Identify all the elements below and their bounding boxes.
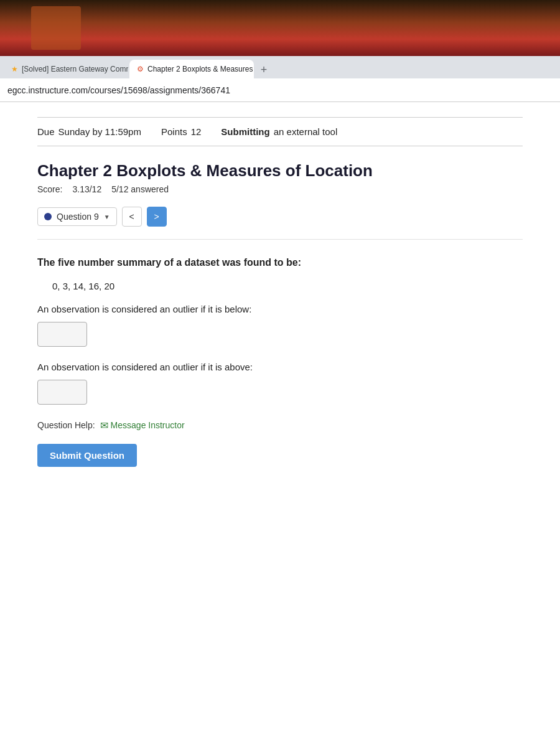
due-label: Due (37, 126, 55, 137)
address-input[interactable] (7, 85, 553, 95)
tab-solved-label: [Solved] Eastern Gateway Comm (22, 65, 128, 73)
tab-bar: ★ [Solved] Eastern Gateway Comm ✕ ⚙ Chap… (0, 56, 560, 78)
prev-question-button[interactable]: < (122, 207, 142, 227)
question-help: Question Help: ✉ Message Instructor (37, 420, 523, 431)
question-dot (44, 213, 52, 220)
dataset-values: 0, 3, 14, 16, 20 (52, 281, 523, 291)
outlier-below-label: An observation is considered an outlier … (37, 304, 523, 314)
due-value: Sunday by 11:59pm (58, 126, 141, 137)
assignment-title: Chapter 2 Boxplots & Measures of Locatio… (37, 161, 523, 181)
dropdown-arrow-icon: ▼ (104, 214, 110, 220)
new-tab-button[interactable]: + (255, 61, 273, 78)
score-label: Score: (37, 184, 62, 194)
due-meta: Due Sunday by 11:59pm (37, 126, 141, 137)
tab-solved-icon: ★ (11, 65, 18, 73)
message-instructor-link[interactable]: ✉ Message Instructor (100, 420, 185, 431)
message-icon: ✉ (100, 420, 108, 431)
answered-label: 5/12 answered (111, 184, 169, 194)
browser-chrome: ★ [Solved] Eastern Gateway Comm ✕ ⚙ Chap… (0, 56, 560, 102)
assignment-meta: Due Sunday by 11:59pm Points 12 Submitti… (37, 117, 523, 146)
points-meta: Points 12 (161, 126, 201, 137)
outlier-above-label: An observation is considered an outlier … (37, 362, 523, 372)
submit-question-button[interactable]: Submit Question (37, 444, 137, 467)
question-selector: Question 9 ▼ < > (37, 207, 523, 240)
answer-above-input[interactable] (37, 380, 87, 405)
assignment-score: Score: 3.13/12 5/12 answered (37, 184, 523, 194)
question-dropdown[interactable]: Question 9 ▼ (37, 207, 117, 226)
question-selector-label: Question 9 (57, 212, 99, 222)
tab-chapter[interactable]: ⚙ Chapter 2 Boxplots & Measures o ✕ (129, 60, 254, 78)
question-body-text: The five number summary of a dataset was… (37, 257, 301, 268)
tab-solved[interactable]: ★ [Solved] Eastern Gateway Comm ✕ (4, 60, 128, 78)
points-label: Points (161, 126, 187, 137)
page-content: Due Sunday by 11:59pm Points 12 Submitti… (0, 102, 560, 747)
submitting-meta: Submitting an external tool (221, 126, 337, 137)
tab-chapter-icon: ⚙ (137, 65, 144, 73)
next-question-button[interactable]: > (147, 207, 167, 227)
tab-chapter-label: Chapter 2 Boxplots & Measures o (147, 65, 254, 73)
photo-bar (0, 0, 560, 56)
submitting-value: an external tool (274, 126, 338, 137)
question-body: The five number summary of a dataset was… (37, 255, 523, 271)
submitting-label: Submitting (221, 126, 269, 137)
score-value: 3.13/12 (72, 184, 101, 194)
help-label: Question Help: (37, 420, 95, 430)
points-value: 12 (191, 126, 202, 137)
message-link-label: Message Instructor (111, 420, 185, 430)
answer-below-input[interactable] (37, 322, 87, 347)
address-bar (0, 78, 560, 102)
